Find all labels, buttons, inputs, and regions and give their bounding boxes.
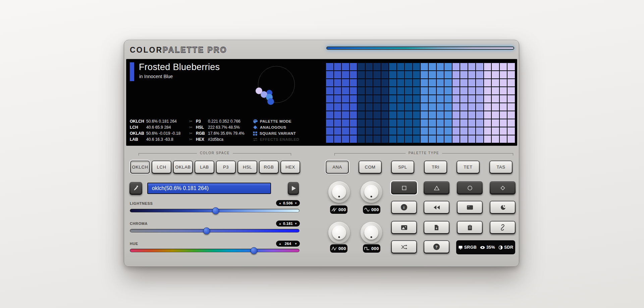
palette-swatch[interactable] bbox=[507, 95, 515, 103]
palette-swatch[interactable] bbox=[468, 71, 476, 78]
palette-swatch[interactable] bbox=[421, 103, 428, 111]
palette-swatch[interactable] bbox=[500, 63, 507, 70]
palette-swatch[interactable] bbox=[381, 87, 389, 95]
hue-stepper[interactable]: ▲264▼ bbox=[276, 241, 300, 247]
palette-swatch[interactable] bbox=[334, 103, 341, 111]
palette-swatch[interactable] bbox=[460, 111, 468, 119]
palette-swatch[interactable] bbox=[350, 111, 357, 119]
palette-swatch[interactable] bbox=[413, 119, 420, 127]
palette-swatch[interactable] bbox=[500, 87, 507, 95]
palette-swatch[interactable] bbox=[484, 127, 491, 135]
palette-swatch[interactable] bbox=[421, 95, 428, 103]
palette-swatch[interactable] bbox=[350, 127, 357, 135]
stepper-down-icon[interactable]: ▼ bbox=[294, 222, 297, 225]
palette-swatch[interactable] bbox=[397, 87, 405, 95]
palette-swatch[interactable] bbox=[429, 95, 436, 103]
palette-swatch[interactable] bbox=[366, 135, 373, 143]
palette-swatch[interactable] bbox=[437, 63, 444, 70]
modulation-knob-3[interactable] bbox=[328, 222, 350, 243]
palette-swatch[interactable] bbox=[413, 79, 420, 86]
palette-swatch[interactable] bbox=[460, 103, 468, 111]
palette-swatch[interactable] bbox=[460, 135, 468, 143]
palette-swatch[interactable] bbox=[350, 87, 357, 95]
palette-swatch[interactable] bbox=[468, 103, 476, 111]
palette-swatch[interactable] bbox=[381, 135, 389, 143]
palette-swatch[interactable] bbox=[366, 79, 373, 86]
palette-swatch[interactable] bbox=[373, 127, 381, 135]
palette-swatch[interactable] bbox=[381, 79, 389, 86]
stepper-up-icon[interactable]: ▲ bbox=[279, 242, 281, 245]
chroma-stepper[interactable]: ▲0.181▼ bbox=[276, 221, 300, 227]
palette-swatch[interactable] bbox=[468, 111, 476, 119]
chroma-slider-thumb[interactable] bbox=[203, 227, 210, 234]
palette-swatch[interactable] bbox=[460, 95, 468, 103]
palette-swatch[interactable] bbox=[334, 111, 341, 119]
palette-swatch[interactable] bbox=[484, 103, 491, 111]
palette-swatch[interactable] bbox=[342, 87, 349, 95]
palette-swatch[interactable] bbox=[334, 87, 341, 95]
palette-swatch[interactable] bbox=[437, 71, 444, 78]
palette-swatch[interactable] bbox=[460, 127, 468, 135]
palette-swatch[interactable] bbox=[452, 103, 460, 111]
palette-swatch[interactable] bbox=[507, 135, 515, 143]
palette-swatch[interactable] bbox=[468, 63, 476, 70]
palette-swatch[interactable] bbox=[381, 103, 389, 111]
stepper-up-icon[interactable]: ▲ bbox=[279, 222, 281, 225]
palette-swatch[interactable] bbox=[413, 95, 420, 103]
palette-swatch[interactable] bbox=[460, 119, 468, 127]
palette-swatch[interactable] bbox=[500, 95, 507, 103]
palette-swatch[interactable] bbox=[358, 135, 365, 143]
palette-swatch[interactable] bbox=[476, 63, 483, 70]
palette-swatch[interactable] bbox=[350, 95, 357, 103]
window-button[interactable] bbox=[457, 201, 483, 214]
palette-swatch[interactable] bbox=[342, 95, 349, 103]
palette-swatch[interactable] bbox=[389, 103, 396, 111]
palette-swatch[interactable] bbox=[397, 127, 405, 135]
link-button[interactable] bbox=[490, 221, 516, 234]
help-button[interactable]: ? bbox=[424, 240, 449, 253]
stepper-up-icon[interactable]: ▲ bbox=[279, 202, 281, 205]
color-space-button-hsl[interactable]: HSL bbox=[237, 161, 257, 174]
palette-swatch[interactable] bbox=[492, 79, 499, 86]
palette-swatch[interactable] bbox=[397, 119, 405, 127]
modulation-knob-2[interactable] bbox=[361, 181, 382, 203]
palette-swatch[interactable] bbox=[492, 111, 499, 119]
palette-swatch[interactable] bbox=[437, 127, 444, 135]
palette-swatch[interactable] bbox=[342, 79, 349, 86]
palette-swatch[interactable] bbox=[444, 135, 452, 143]
palette-swatch[interactable] bbox=[405, 63, 412, 70]
modulation-knob-1[interactable] bbox=[328, 181, 350, 203]
shape-triangle-button[interactable] bbox=[424, 181, 449, 194]
palette-swatch[interactable] bbox=[507, 111, 515, 119]
palette-swatch[interactable] bbox=[326, 79, 333, 86]
palette-swatch[interactable] bbox=[421, 63, 428, 70]
palette-swatch[interactable] bbox=[397, 135, 405, 143]
palette-swatch[interactable] bbox=[500, 103, 507, 111]
palette-swatch[interactable] bbox=[484, 71, 491, 78]
palette-swatch[interactable] bbox=[444, 63, 452, 70]
palette-swatch[interactable] bbox=[373, 119, 381, 127]
palette-swatch[interactable] bbox=[413, 63, 420, 70]
palette-swatch[interactable] bbox=[366, 63, 373, 70]
rewind-button[interactable] bbox=[424, 201, 449, 214]
palette-swatch[interactable] bbox=[421, 71, 428, 78]
palette-swatch[interactable] bbox=[405, 111, 412, 119]
palette-swatch[interactable] bbox=[350, 63, 357, 70]
shape-square-button[interactable] bbox=[391, 181, 417, 194]
palette-swatch[interactable] bbox=[358, 63, 365, 70]
palette-swatch[interactable] bbox=[507, 127, 515, 135]
palette-swatch[interactable] bbox=[413, 135, 420, 143]
palette-swatch[interactable] bbox=[437, 79, 444, 86]
palette-swatch[interactable] bbox=[366, 127, 373, 135]
palette-swatch[interactable] bbox=[437, 135, 444, 143]
palette-swatch[interactable] bbox=[429, 87, 436, 95]
palette-swatch[interactable] bbox=[381, 95, 389, 103]
palette-swatch[interactable] bbox=[484, 135, 491, 143]
palette-swatch[interactable] bbox=[429, 127, 436, 135]
palette-swatch[interactable] bbox=[389, 95, 396, 103]
palette-swatch[interactable] bbox=[460, 79, 468, 86]
palette-swatch[interactable] bbox=[421, 79, 428, 86]
palette-swatch[interactable] bbox=[334, 95, 341, 103]
palette-swatch[interactable] bbox=[476, 71, 483, 78]
shuffle-button[interactable] bbox=[391, 240, 417, 253]
